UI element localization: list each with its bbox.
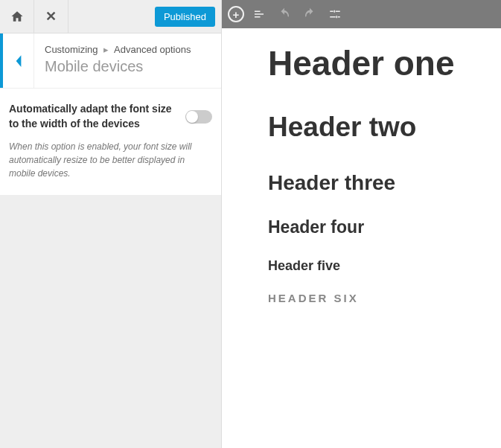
list-icon <box>252 7 266 21</box>
publish-button[interactable]: Published <box>155 7 215 27</box>
breadcrumb-row: Customizing ▸ Advanced options Mobile de… <box>0 33 221 89</box>
outline-button[interactable] <box>249 4 269 25</box>
chevron-right-icon: ▸ <box>103 44 109 55</box>
heading-4[interactable]: Header four <box>268 217 494 237</box>
preview-panel: + Header one Header two Header three Hea… <box>222 0 501 448</box>
breadcrumb-root: Customizing <box>45 44 98 55</box>
heading-6[interactable]: HEADER SIX <box>268 292 494 304</box>
settings-button[interactable] <box>325 4 345 25</box>
toggle-knob <box>186 111 198 123</box>
add-block-button[interactable]: + <box>228 6 244 22</box>
breadcrumb: Customizing ▸ Advanced options <box>45 44 211 55</box>
toggle-auto-font-size[interactable] <box>185 110 212 124</box>
close-button[interactable]: ✕ <box>34 0 68 33</box>
heading-3[interactable]: Header three <box>268 171 494 195</box>
back-button[interactable] <box>0 33 34 88</box>
sidebar-top-row: ✕ Published <box>0 0 221 33</box>
setting-auto-font-size: Automatically adapt the font size to the… <box>0 89 221 196</box>
setting-description: When this option is enabled, your font s… <box>9 140 212 180</box>
breadcrumb-section: Advanced options <box>114 44 191 55</box>
undo-button[interactable] <box>274 4 295 25</box>
close-icon: ✕ <box>45 8 57 25</box>
redo-icon <box>303 7 316 21</box>
heading-5[interactable]: Header five <box>268 258 494 274</box>
chevron-left-icon <box>14 54 23 68</box>
home-icon <box>10 10 24 23</box>
heading-1[interactable]: Header one <box>268 43 494 83</box>
plus-icon: + <box>233 9 240 20</box>
setting-label: Automatically adapt the font size to the… <box>9 102 185 131</box>
home-button[interactable] <box>0 0 34 33</box>
heading-2[interactable]: Header two <box>268 112 494 143</box>
editor-toolbar: + <box>222 0 501 28</box>
page-title: Mobile devices <box>45 58 211 75</box>
sliders-icon <box>328 7 342 21</box>
undo-icon <box>278 7 291 21</box>
redo-button[interactable] <box>299 4 320 25</box>
preview-content: Header one Header two Header three Heade… <box>222 28 501 448</box>
customizer-sidebar: ✕ Published Customizing ▸ Advanced optio… <box>0 0 222 448</box>
